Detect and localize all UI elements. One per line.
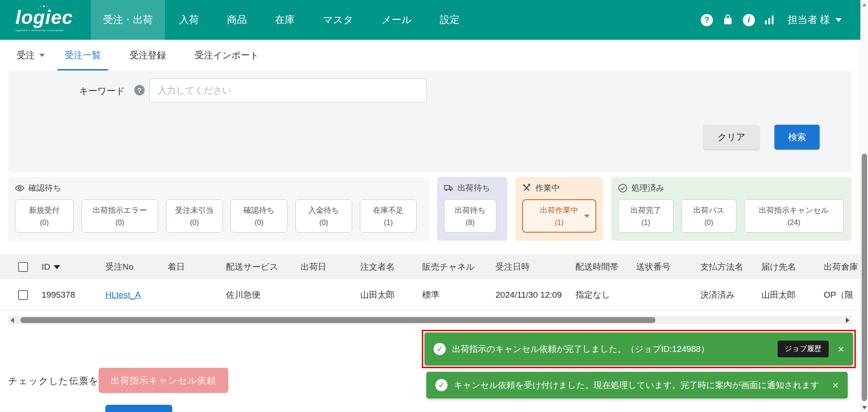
nav-item-mail[interactable]: メール xyxy=(368,0,426,40)
logo[interactable]: logiec logistics × enterprise commander xyxy=(0,0,91,40)
scroll-down-arrow-icon[interactable] xyxy=(862,406,867,409)
logo-crown-icon xyxy=(43,5,45,7)
truck-icon xyxy=(444,183,453,193)
tab-order-list[interactable]: 受注一覧 xyxy=(57,40,108,70)
status-filter-new-orders[interactable]: 新規受付 (0) xyxy=(15,199,74,233)
logo-text: logiec xyxy=(15,8,91,27)
tools-icon xyxy=(522,183,531,192)
top-nav: logiec logistics × enterprise commander … xyxy=(0,0,868,40)
count-badge: (1) xyxy=(642,219,651,227)
count-badge: (1) xyxy=(555,219,564,227)
orderer-name-cell: 山田太郎 xyxy=(360,289,422,301)
status-filter-unallocated[interactable]: 受注未引当 (0) xyxy=(166,199,223,233)
sales-channel-cell: 標準 xyxy=(422,289,495,301)
table-header-row: ID 受注No 着日 配送サービス 出荷日 注文者名 販売チャネル 受注日時 配… xyxy=(0,254,868,279)
toast-message: キャンセル依頼を受け付けました。現在処理しています。完了時に案内が画面に通知され… xyxy=(454,379,819,391)
column-header-ship-date: 出荷日 xyxy=(301,261,360,273)
ship-instruction-cancel-request-button[interactable]: 出荷指示キャンセル依頼 xyxy=(99,368,228,393)
column-header-recipient-name: 届け先名 xyxy=(761,261,824,273)
status-filter-ship-instruction-error[interactable]: 出荷指示エラー (0) xyxy=(81,199,158,233)
status-filter-shipment-complete[interactable]: 出荷完了 (1) xyxy=(618,199,674,233)
vertical-scrollbar[interactable] xyxy=(860,0,868,412)
nav-item-products[interactable]: 商品 xyxy=(213,0,261,40)
scroll-right-arrow-icon[interactable] xyxy=(846,318,849,323)
status-group-title: 出荷待ち xyxy=(458,183,490,193)
orders-menu-label: 受注 xyxy=(17,49,35,61)
select-all-checkbox[interactable] xyxy=(18,262,28,272)
partial-blue-button[interactable] xyxy=(105,405,172,412)
row-checkbox[interactable] xyxy=(18,290,28,300)
checked-slips-label: チェックした伝票を xyxy=(8,375,99,387)
status-filter-awaiting-shipment[interactable]: 出荷待ち (8) xyxy=(444,199,496,233)
toast-cancel-complete: ✓ 出荷指示のキャンセル依頼が完了しました。（ジョブID:124988） ジョブ… xyxy=(425,332,853,365)
status-group-title: 作業中 xyxy=(535,183,560,193)
logo-tagline: logistics × enterprise commander xyxy=(15,29,91,32)
nav-item-inventory[interactable]: 在庫 xyxy=(261,0,309,40)
column-header-order-datetime: 受注日時 xyxy=(495,261,576,273)
tab-order-import[interactable]: 受注インポート xyxy=(188,40,266,70)
user-name: 担当者 様 xyxy=(788,13,830,27)
keyword-input[interactable] xyxy=(149,79,427,103)
bag-icon[interactable] xyxy=(722,14,734,26)
sort-desc-icon xyxy=(54,265,60,269)
status-filter-ship-instruction-cancel[interactable]: 出荷指示キャンセル (24) xyxy=(744,199,844,233)
close-icon[interactable]: × xyxy=(838,344,844,355)
search-panel: キーワード ? クリア 検索 xyxy=(8,71,852,173)
check-circle-icon xyxy=(618,183,627,193)
column-header-orderer-name: 注文者名 xyxy=(360,261,422,273)
eye-icon xyxy=(15,183,24,193)
user-menu[interactable]: 担当者 様 xyxy=(788,13,842,27)
search-button[interactable]: 検索 xyxy=(774,125,820,150)
status-filter-awaiting-payment[interactable]: 入金待ち (0) xyxy=(295,199,352,233)
status-group-title: 処理済み xyxy=(632,183,664,193)
toast-cancel-accepted: ✓ キャンセル依頼を受け付けました。現在処理しています。完了時に案内が画面に通知… xyxy=(426,372,848,398)
column-header-delivery-time-slot: 配送時間帯 xyxy=(576,261,636,273)
order-datetime-cell: 2024/11/30 12:09 xyxy=(495,290,576,300)
recipient-name-cell: 山田太郎 xyxy=(761,289,824,301)
annotation-highlight-box: ✓ 出荷指示のキャンセル依頼が完了しました。（ジョブID:124988） ジョブ… xyxy=(422,330,856,368)
info-icon[interactable]: i xyxy=(743,14,755,26)
column-header-delivery-service: 配送サービス xyxy=(226,261,301,273)
nav-item-orders-shipping[interactable]: 受注・出荷 xyxy=(91,0,165,40)
nav-item-inbound[interactable]: 入荷 xyxy=(165,0,213,40)
status-filter-shipment-pass[interactable]: 出荷パス (0) xyxy=(681,199,736,233)
status-filter-out-of-stock[interactable]: 在庫不足 (1) xyxy=(360,199,417,233)
count-badge: (1) xyxy=(384,219,393,227)
nav-item-settings[interactable]: 設定 xyxy=(426,0,474,40)
count-badge: (0) xyxy=(115,219,124,227)
vertical-scrollbar-thumb[interactable] xyxy=(862,154,867,401)
column-header-payment-method: 支払方法名 xyxy=(700,261,761,273)
count-badge: (24) xyxy=(788,219,800,227)
scroll-left-arrow-icon[interactable] xyxy=(10,318,14,323)
status-group-processed: 処理済み 出荷完了 (1) 出荷パス (0) 出荷指示キャンセル (24) xyxy=(611,177,852,241)
column-header-sales-channel: 販売チャネル xyxy=(422,261,495,273)
status-filter-shipping-in-progress[interactable]: 出荷作業中 (1) xyxy=(522,199,596,233)
scroll-up-arrow-icon[interactable] xyxy=(862,3,867,6)
order-no-link[interactable]: HLtest_A xyxy=(105,290,141,300)
chevron-down-icon xyxy=(584,215,590,218)
count-badge: (0) xyxy=(190,219,199,227)
status-filter-awaiting-confirmation[interactable]: 確認待ち (0) xyxy=(231,199,288,233)
nav-item-master[interactable]: マスタ xyxy=(309,0,368,40)
status-group-awaiting-shipment: 出荷待ち 出荷待ち (8) xyxy=(437,177,507,241)
count-badge: (8) xyxy=(466,219,475,227)
table-row: 1995378 HLtest_A 佐川急便 山田太郎 標準 2024/11/30… xyxy=(0,279,868,311)
horizontal-scrollbar[interactable] xyxy=(8,316,852,324)
status-group-title: 確認待ち xyxy=(28,183,61,193)
count-badge: (0) xyxy=(319,219,328,227)
stats-bars-icon[interactable] xyxy=(764,14,775,25)
order-id-cell: 1995378 xyxy=(42,290,105,300)
column-header-id[interactable]: ID xyxy=(42,262,105,272)
horizontal-scrollbar-thumb[interactable] xyxy=(20,317,656,323)
help-icon[interactable]: ? xyxy=(701,14,713,26)
keyword-help-icon[interactable]: ? xyxy=(134,85,145,95)
payment-method-cell: 決済済み xyxy=(700,289,761,301)
tab-bar: 受注 受注一覧 受注登録 受注インポート xyxy=(0,40,868,70)
delivery-time-slot-cell: 指定なし xyxy=(576,289,636,301)
tab-order-register[interactable]: 受注登録 xyxy=(123,40,173,70)
clear-button[interactable]: クリア xyxy=(703,125,760,150)
job-history-button[interactable]: ジョブ履歴 xyxy=(778,341,829,357)
orders-menu-dropdown[interactable]: 受注 xyxy=(17,40,45,70)
column-header-tracking-number: 送状番号 xyxy=(636,261,700,273)
close-icon[interactable]: × xyxy=(832,380,839,391)
